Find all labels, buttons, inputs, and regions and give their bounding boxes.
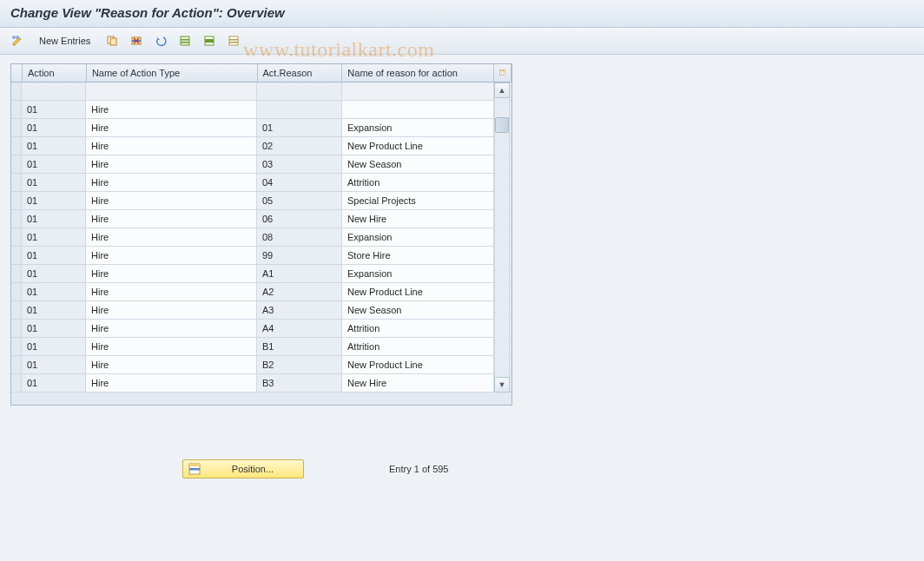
position-button[interactable]: Position... xyxy=(182,459,304,478)
cell-name-reason[interactable]: Attrition xyxy=(342,338,494,356)
deselect-all-button[interactable] xyxy=(223,32,244,50)
table-row[interactable]: 01HireB2New Product Line xyxy=(11,356,512,374)
table-row[interactable]: 01HireB1Attrition xyxy=(11,338,512,356)
cell-action[interactable]: 01 xyxy=(22,119,86,137)
table-row[interactable]: 01Hire01Expansion xyxy=(11,119,512,137)
column-header-act-reason[interactable]: Act.Reason xyxy=(258,64,343,82)
cell-name-reason[interactable]: New Season xyxy=(342,301,494,320)
cell-name-reason[interactable]: Expansion xyxy=(342,265,494,283)
cell-name-reason[interactable]: New Product Line xyxy=(342,283,494,301)
cell-action[interactable]: 01 xyxy=(22,192,86,210)
cell-action[interactable]: 01 xyxy=(22,174,86,192)
cell-name-reason[interactable] xyxy=(342,82,494,101)
cell-name-reason[interactable]: New Season xyxy=(342,155,494,174)
delete-button[interactable] xyxy=(126,32,147,50)
scroll-track[interactable] xyxy=(494,98,510,377)
row-selector[interactable] xyxy=(11,210,22,228)
row-selector[interactable] xyxy=(11,228,22,247)
table-row[interactable] xyxy=(11,82,512,101)
cell-name-reason[interactable]: New Product Line xyxy=(342,137,494,155)
table-row[interactable]: 01Hire08Expansion xyxy=(11,228,512,247)
cell-name-reason[interactable]: New Hire xyxy=(342,210,494,228)
table-row[interactable]: 01HireA1Expansion xyxy=(11,265,512,283)
table-row[interactable]: 01Hire xyxy=(11,101,512,119)
cell-action[interactable]: 01 xyxy=(22,137,86,155)
cell-act-reason[interactable]: 02 xyxy=(257,137,342,155)
copy-as-button[interactable] xyxy=(102,32,122,50)
table-row[interactable]: 01HireA4Attrition xyxy=(11,320,512,338)
table-row[interactable]: 01Hire06New Hire xyxy=(11,210,512,228)
cell-name-reason[interactable]: Expansion xyxy=(342,119,494,137)
cell-name-reason[interactable]: New Product Line xyxy=(342,356,494,374)
cell-name-reason[interactable]: Store Hire xyxy=(342,247,494,265)
cell-name-reason[interactable]: New Hire xyxy=(342,374,494,393)
row-selector[interactable] xyxy=(11,119,22,137)
row-selector[interactable] xyxy=(11,137,22,155)
row-selector[interactable] xyxy=(11,338,22,356)
cell-action[interactable]: 01 xyxy=(22,228,86,247)
row-selector[interactable] xyxy=(11,192,22,210)
scroll-thumb[interactable] xyxy=(495,117,509,133)
table-row[interactable]: 01Hire99Store Hire xyxy=(11,247,512,265)
cell-action[interactable]: 01 xyxy=(22,374,86,393)
cell-act-reason[interactable]: 04 xyxy=(257,174,342,192)
cell-act-reason[interactable]: B2 xyxy=(257,356,342,374)
cell-act-reason[interactable]: A1 xyxy=(257,265,342,283)
cell-act-reason[interactable]: A2 xyxy=(257,283,342,301)
column-header-name-type[interactable]: Name of Action Type xyxy=(87,64,258,82)
row-selector[interactable] xyxy=(11,82,22,101)
cell-act-reason[interactable]: A4 xyxy=(257,320,342,338)
cell-act-reason[interactable] xyxy=(257,82,342,101)
cell-action[interactable]: 01 xyxy=(22,338,86,356)
row-selector[interactable] xyxy=(11,283,22,301)
row-selector[interactable] xyxy=(11,320,22,338)
cell-action[interactable]: 01 xyxy=(22,356,86,374)
table-row[interactable]: 01HireA3New Season xyxy=(11,301,512,320)
row-selector[interactable] xyxy=(11,374,22,393)
table-row[interactable]: 01Hire02New Product Line xyxy=(11,137,512,155)
cell-act-reason[interactable]: A3 xyxy=(257,301,342,320)
cell-action[interactable]: 01 xyxy=(22,210,86,228)
row-selector[interactable] xyxy=(11,265,22,283)
undo-button[interactable] xyxy=(150,32,171,50)
row-selector[interactable] xyxy=(11,247,22,265)
cell-name-reason[interactable]: Attrition xyxy=(342,174,494,192)
row-selector[interactable] xyxy=(11,155,22,174)
row-selector-header[interactable] xyxy=(11,64,23,82)
scroll-up-button[interactable]: ▲ xyxy=(494,82,510,98)
cell-name-reason[interactable] xyxy=(342,101,494,119)
row-selector[interactable] xyxy=(11,174,22,192)
cell-name-reason[interactable]: Attrition xyxy=(342,320,494,338)
scroll-down-button[interactable]: ▼ xyxy=(494,377,510,393)
table-row[interactable]: 01HireB3New Hire xyxy=(11,374,512,393)
cell-action[interactable]: 01 xyxy=(22,301,86,320)
new-entries-button[interactable]: New Entries xyxy=(35,32,98,50)
row-selector[interactable] xyxy=(11,301,22,320)
cell-act-reason[interactable]: 01 xyxy=(257,119,342,137)
cell-action[interactable]: 01 xyxy=(22,283,86,301)
select-all-button[interactable] xyxy=(175,32,195,50)
cell-action[interactable]: 01 xyxy=(22,155,86,174)
cell-name-reason[interactable]: Expansion xyxy=(342,228,494,247)
cell-act-reason[interactable]: 06 xyxy=(257,210,342,228)
table-row[interactable]: 01Hire05Special Projects xyxy=(11,192,512,210)
cell-act-reason[interactable]: 03 xyxy=(257,155,342,174)
cell-action[interactable]: 01 xyxy=(22,101,86,119)
table-row[interactable]: 01HireA2New Product Line xyxy=(11,283,512,301)
cell-action[interactable]: 01 xyxy=(22,265,86,283)
cell-act-reason[interactable]: B3 xyxy=(257,374,342,393)
cell-act-reason[interactable]: 99 xyxy=(257,247,342,265)
column-header-name-reason[interactable]: Name of reason for action xyxy=(342,64,494,82)
table-row[interactable]: 01Hire03New Season xyxy=(11,155,512,174)
cell-action[interactable]: 01 xyxy=(22,320,86,338)
cell-act-reason[interactable]: B1 xyxy=(257,338,342,356)
cell-act-reason[interactable] xyxy=(257,101,342,119)
cell-action[interactable] xyxy=(22,82,86,101)
select-block-button[interactable] xyxy=(199,32,220,50)
table-row[interactable]: 01Hire04Attrition xyxy=(11,174,512,192)
toggle-display-change-button[interactable] xyxy=(7,32,31,50)
cell-act-reason[interactable]: 08 xyxy=(257,228,342,247)
column-header-action[interactable]: Action xyxy=(23,64,87,82)
row-selector[interactable] xyxy=(11,356,22,374)
cell-act-reason[interactable]: 05 xyxy=(257,192,342,210)
